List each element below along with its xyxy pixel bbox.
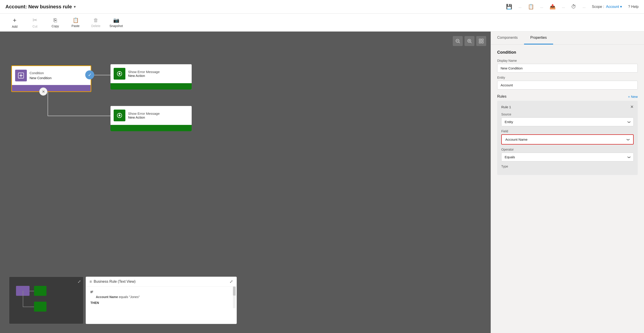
cut-label: Cut <box>32 24 38 28</box>
copy-label: Copy <box>52 24 59 28</box>
action-node-bottom[interactable]: Show Error Message New Action <box>110 106 192 131</box>
cut-icon: ✂ <box>32 17 38 24</box>
save-icon[interactable]: 💾 <box>506 4 512 10</box>
action-bottom-name: New Action <box>128 116 160 119</box>
field-field-row: Field Account Name <box>501 130 634 144</box>
operator-select-wrapper: Equals <box>501 153 634 162</box>
source-select-wrapper: Entity <box>501 118 634 126</box>
entity-label: Entity <box>497 76 638 79</box>
tab-properties[interactable]: Properties <box>524 32 553 44</box>
add-icon: + <box>13 17 16 24</box>
rule-close-button[interactable]: ✕ <box>630 104 634 109</box>
field-select-wrapper: Account Name <box>502 135 633 144</box>
operator-label: Operator <box>501 148 634 151</box>
condition-node-bar <box>12 85 91 91</box>
condition-node-header: Condition New Condition <box>12 66 91 85</box>
scope-label: Scope : Account ▾ <box>592 4 622 9</box>
title-bar-right: 💾 ... 📋 ... 📤 ... ⏱ ... Scope : Account … <box>506 4 638 10</box>
zoom-in-button[interactable] <box>464 36 474 46</box>
text-view-then-label: THEN <box>90 301 232 304</box>
main-layout: Condition New Condition ✓ ✕ <box>0 32 644 333</box>
type-label: Type <box>501 164 634 168</box>
canvas-area[interactable]: Condition New Condition ✓ ✕ <box>0 32 491 333</box>
delete-button[interactable]: 🗑 Delete <box>86 15 106 30</box>
section-title: Condition <box>497 50 638 55</box>
rules-header: Rules + New <box>497 94 638 98</box>
rules-label: Rules <box>497 94 506 98</box>
svg-rect-7 <box>479 39 481 40</box>
close-badge[interactable]: ✕ <box>39 88 47 96</box>
action-bottom-text: Show Error Message New Action <box>128 112 160 119</box>
display-name-label: Display Name <box>497 59 638 62</box>
condition-node[interactable]: Condition New Condition <box>11 66 91 92</box>
tab-components[interactable]: Components <box>491 32 524 44</box>
entity-field-row: Entity <box>497 76 638 90</box>
text-view-scrollbar-thumb[interactable] <box>233 286 236 296</box>
action-node-top[interactable]: Show Error Message New Action <box>110 64 192 90</box>
display-name-input[interactable] <box>497 64 638 72</box>
text-view-condition: Account Name equals "Jones" <box>90 295 232 299</box>
source-label: Source <box>501 112 634 116</box>
add-label: Add <box>12 25 18 28</box>
minimap-connector-h <box>30 291 34 291</box>
condition-text: Condition New Condition <box>30 70 52 81</box>
svg-line-2 <box>459 42 460 43</box>
page-title: Account: New business rule <box>6 4 72 10</box>
checkmark-badge: ✓ <box>85 70 94 79</box>
connector-h-top <box>91 75 112 75</box>
copy-icon: ⎘ <box>54 17 57 24</box>
scope-chevron-icon[interactable]: ▾ <box>620 5 622 8</box>
entity-input[interactable] <box>497 81 638 90</box>
delete-label: Delete <box>91 24 100 28</box>
svg-point-16 <box>118 73 120 75</box>
condition-type-label: Condition <box>30 70 52 76</box>
text-view-icon: ≡ <box>90 279 92 284</box>
add-button[interactable]: + Add <box>4 15 25 30</box>
operator-select[interactable]: Equals <box>501 153 634 162</box>
snapshot-label: Snapshot <box>109 24 123 28</box>
svg-rect-9 <box>479 42 481 43</box>
title-bar-left: Account: New business rule ▾ <box>6 4 76 10</box>
type-field-row: Type <box>501 164 634 168</box>
scope-value[interactable]: Account <box>606 5 619 8</box>
right-panel: Components Properties Condition Display … <box>491 32 644 333</box>
toolbar: + Add ✂ Cut ⎘ Copy 📋 Paste 🗑 Delete 📷 Sn… <box>0 14 644 32</box>
action-top-bar <box>110 83 192 90</box>
action-top-type: Show Error Message <box>128 70 160 74</box>
minimap-action-top-node <box>34 286 46 296</box>
rule-card: Rule 1 ✕ Source Entity Field <box>497 101 638 175</box>
copy-button[interactable]: ⎘ Copy <box>45 15 66 30</box>
text-view-title: ≡ Business Rule (Text View) <box>90 279 136 284</box>
field-select[interactable]: Account Name <box>502 135 633 144</box>
text-view-scrollbar[interactable] <box>233 286 236 308</box>
action-top-name: New Action <box>128 74 160 78</box>
cut-button[interactable]: ✂ Cut <box>25 15 45 30</box>
fit-view-button[interactable] <box>476 36 486 46</box>
help-button[interactable]: ? Help <box>628 5 638 9</box>
text-view-body: IF Account Name equals "Jones" THEN <box>86 286 236 308</box>
minimap-expand-icon[interactable]: ⤢ <box>78 279 81 284</box>
title-chevron-icon[interactable]: ▾ <box>74 4 76 9</box>
field-label: Field <box>501 130 634 133</box>
action-top-icon <box>114 68 125 80</box>
paste-icon: 📋 <box>72 17 79 23</box>
rules-new-button[interactable]: + New <box>628 95 638 98</box>
svg-rect-8 <box>482 39 483 40</box>
zoom-out-button[interactable] <box>453 36 463 46</box>
source-select[interactable]: Entity <box>501 118 634 126</box>
minimap-connector-v <box>23 291 23 306</box>
minimap-connector-h2 <box>23 306 34 307</box>
paste-button[interactable]: 📋 Paste <box>66 15 86 30</box>
action-node-top-header: Show Error Message New Action <box>110 64 192 83</box>
properties-icon[interactable]: 📋 <box>528 4 534 10</box>
snapshot-button[interactable]: 📷 Snapshot <box>106 15 126 30</box>
panel-tabs: Components Properties <box>491 32 644 45</box>
paste-label: Paste <box>72 24 80 28</box>
text-view-expand-icon[interactable]: ⤢ <box>230 279 233 284</box>
action-top-text: Show Error Message New Action <box>128 70 160 78</box>
export-icon[interactable]: 📤 <box>550 4 556 10</box>
text-view-panel: ≡ Business Rule (Text View) ⤢ IF Account… <box>86 277 237 324</box>
text-view-header: ≡ Business Rule (Text View) ⤢ <box>86 277 236 286</box>
delete-icon: 🗑 <box>93 17 98 23</box>
history-icon[interactable]: ⏱ <box>571 4 576 10</box>
